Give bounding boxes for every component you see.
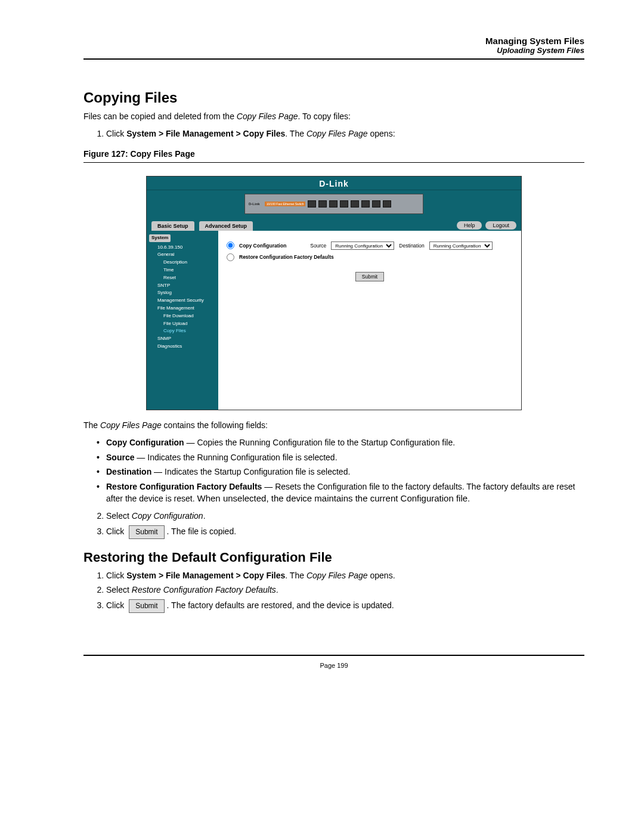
restore-step-1: Click System > File Management > Copy Fi…	[106, 570, 584, 581]
step-2: Select Copy Configuration.	[106, 510, 584, 522]
port-icon	[329, 200, 338, 208]
page-header: Managing System Files Uploading System F…	[83, 36, 584, 55]
steps-list-1b: Select Copy Configuration. Click Submit.…	[83, 510, 584, 538]
section-heading-restoring: Restoring the Default Configuration File	[83, 550, 584, 565]
header-title: Managing System Files	[83, 36, 584, 46]
bullet-source: Source — Indicates the Running Configura…	[97, 452, 584, 463]
select-source[interactable]: Running Configuration	[331, 241, 394, 250]
tree-sntp[interactable]: SNTP	[151, 282, 216, 290]
step-3: Click Submit. The file is copied.	[106, 525, 584, 538]
label-source: Source	[310, 243, 326, 249]
tree-syslog[interactable]: Syslog	[151, 289, 216, 297]
tree-file-download[interactable]: File Download	[151, 312, 216, 320]
brand-logo: D-Link	[319, 179, 349, 188]
tree-mgmt-security[interactable]: Management Security	[151, 297, 216, 305]
step-1: Click System > File Management > Copy Fi…	[106, 128, 584, 140]
radio-copy-configuration[interactable]	[227, 241, 234, 249]
help-button[interactable]: Help	[457, 221, 482, 230]
row-copy-config: Copy Configuration Source Running Config…	[227, 241, 513, 250]
bullet-destination: Destination — Indicates the Startup Conf…	[97, 466, 584, 478]
page-number: Page 199	[83, 662, 584, 669]
steps-list-1: Click System > File Management > Copy Fi…	[83, 128, 584, 140]
port-icon	[361, 200, 370, 208]
main-pane: Copy Configuration Source Running Config…	[218, 231, 521, 410]
restore-step-2: Select Restore Configuration Factory Def…	[106, 584, 584, 596]
tree-reset[interactable]: Reset	[151, 274, 216, 282]
row-restore: Restore Configuration Factory Defaults	[227, 253, 513, 261]
label-copy-configuration: Copy Configuration	[239, 243, 286, 249]
figure-caption: Figure 127: Copy Files Page	[83, 149, 584, 159]
tree-snmp[interactable]: SNMP	[151, 335, 216, 343]
intro-paragraph: Files can be copied and deleted from the…	[83, 111, 584, 122]
figure-rule	[83, 162, 584, 163]
port-icon	[351, 200, 359, 208]
tree-copy-files[interactable]: Copy Files	[151, 327, 216, 335]
tree-file-management[interactable]: File Management	[151, 305, 216, 312]
tree-diagnostics[interactable]: Diagnostics	[151, 343, 216, 351]
nav-tree: 10.6.39.150 General Description Time Res…	[149, 244, 216, 351]
header-subtitle: Uploading System Files	[83, 46, 584, 55]
label-restore-defaults: Restore Configuration Factory Defaults	[239, 254, 334, 260]
figure-screenshot: D-Link D-Link 10/100 Fast Ethernet Switc…	[83, 176, 584, 410]
app-body: System 10.6.39.150 General Description T…	[147, 231, 521, 410]
field-descriptions: Copy Configuration — Copies the Running …	[83, 437, 584, 505]
tab-advanced-setup[interactable]: Advanced Setup	[199, 221, 253, 231]
port-icon	[340, 200, 348, 208]
submit-row: Submit	[227, 272, 513, 281]
logout-button[interactable]: Logout	[485, 221, 516, 230]
sidebar-head[interactable]: System	[149, 234, 171, 242]
inline-submit-button: Submit	[129, 599, 164, 612]
fields-intro: The Copy Files Page contains the followi…	[83, 420, 584, 431]
bullet-restore-defaults: Restore Configuration Factory Defaults —…	[97, 481, 584, 504]
port-icon	[372, 200, 380, 208]
device-image-bar: D-Link 10/100 Fast Ethernet Switch	[147, 190, 521, 219]
sidebar: System 10.6.39.150 General Description T…	[147, 231, 218, 410]
restore-step-3: Click Submit. The factory defaults are r…	[106, 599, 584, 612]
tree-general[interactable]: General	[151, 251, 216, 259]
device-orange-tag: 10/100 Fast Ethernet Switch	[265, 202, 306, 206]
brand-bar: D-Link	[147, 176, 521, 190]
tab-basic-setup[interactable]: Basic Setup	[151, 221, 194, 231]
inline-submit-button: Submit	[129, 525, 164, 538]
port-icon	[318, 200, 327, 208]
radio-restore-defaults[interactable]	[227, 253, 234, 261]
steps-list-2: Click System > File Management > Copy Fi…	[83, 570, 584, 613]
label-destination: Destination	[399, 243, 425, 249]
header-rule	[83, 58, 584, 60]
bullet-copy-configuration: Copy Configuration — Copies the Running …	[97, 437, 584, 448]
tree-file-upload[interactable]: File Upload	[151, 320, 216, 328]
section-heading-copying-files: Copying Files	[83, 89, 584, 106]
footer-rule	[83, 655, 584, 656]
tree-ip[interactable]: 10.6.39.150	[151, 244, 216, 252]
device-brand-label: D-Link	[249, 202, 260, 206]
submit-button[interactable]: Submit	[355, 272, 384, 281]
device-faceplate: D-Link 10/100 Fast Ethernet Switch	[244, 194, 423, 214]
select-destination[interactable]: Running Configuration	[429, 241, 493, 250]
tree-time[interactable]: Time	[151, 267, 216, 274]
app-window: D-Link D-Link 10/100 Fast Ethernet Switc…	[146, 176, 522, 410]
port-icon	[383, 200, 391, 208]
port-icon	[308, 200, 316, 208]
tab-bar: Basic Setup Advanced Setup Help Logout	[147, 219, 521, 231]
tree-description[interactable]: Description	[151, 259, 216, 267]
